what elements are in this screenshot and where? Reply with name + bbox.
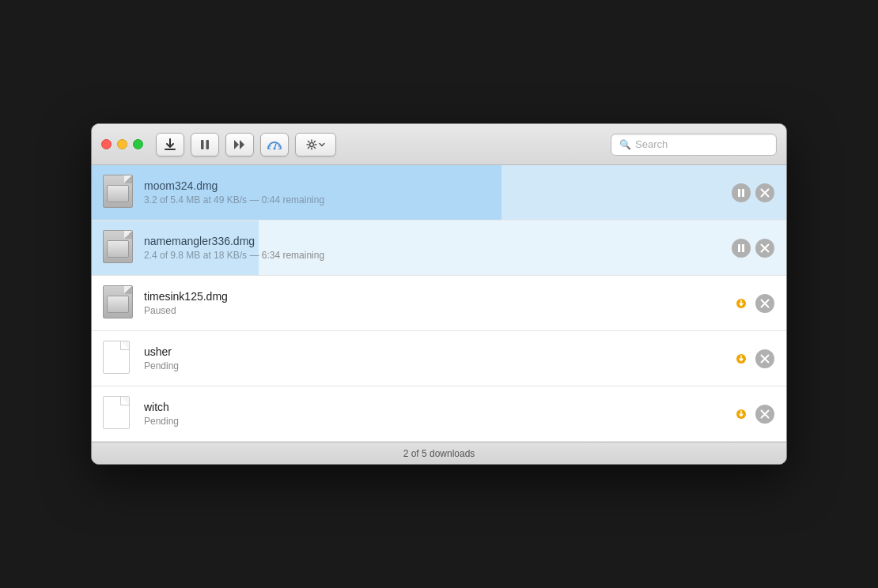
close-button[interactable] xyxy=(101,139,112,149)
download-name-5: witch xyxy=(144,401,721,413)
svg-rect-6 xyxy=(742,189,744,197)
download-info-4: usher Pending xyxy=(144,345,721,371)
item-actions-2 xyxy=(731,238,775,258)
svg-point-8 xyxy=(732,239,751,258)
settings-button[interactable] xyxy=(295,133,336,156)
speed-button[interactable] xyxy=(260,133,289,156)
fast-forward-button[interactable] xyxy=(225,133,254,156)
minimize-button[interactable] xyxy=(117,139,127,149)
download-info-1: moom324.dmg 3.2 of 5.4 MB at 49 KB/s — 0… xyxy=(144,179,721,205)
search-icon: 🔍 xyxy=(619,139,631,150)
traffic-lights xyxy=(101,139,143,149)
svg-rect-10 xyxy=(742,244,744,252)
download-name-3: timesink125.dmg xyxy=(144,290,721,303)
download-name-2: namemangler336.dmg xyxy=(144,235,721,247)
resume-button-5[interactable] xyxy=(731,404,751,424)
download-list: moom324.dmg 3.2 of 5.4 MB at 49 KB/s — 0… xyxy=(92,165,786,442)
cancel-button-1[interactable] xyxy=(755,183,775,203)
download-status-4: Pending xyxy=(144,360,721,371)
maximize-button[interactable] xyxy=(133,139,143,149)
download-item-2[interactable]: namemangler336.dmg 2.4 of 9.8 MB at 18 K… xyxy=(92,220,786,276)
cancel-button-3[interactable] xyxy=(755,293,775,314)
download-button[interactable] xyxy=(156,133,184,156)
download-item-1[interactable]: moom324.dmg 3.2 of 5.4 MB at 49 KB/s — 0… xyxy=(92,165,786,220)
search-box[interactable]: 🔍 Search xyxy=(611,134,777,156)
download-info-5: witch Pending xyxy=(144,401,721,427)
status-text: 2 of 5 downloads xyxy=(403,448,475,459)
download-item-5[interactable]: witch Pending xyxy=(92,386,786,442)
status-bar: 2 of 5 downloads xyxy=(92,442,786,464)
svg-rect-9 xyxy=(738,244,740,252)
search-placeholder: Search xyxy=(635,138,668,150)
resume-button-3[interactable] xyxy=(731,293,751,314)
pause-all-button[interactable] xyxy=(191,133,219,156)
titlebar: 🔍 Search xyxy=(92,124,786,165)
svg-rect-1 xyxy=(206,140,210,149)
cancel-button-5[interactable] xyxy=(755,404,775,424)
file-icon-5 xyxy=(103,396,134,432)
pause-button-2[interactable] xyxy=(731,238,751,258)
item-actions-3 xyxy=(731,293,775,314)
download-status-2: 2.4 of 9.8 MB at 18 KB/s — 6:34 remainin… xyxy=(144,250,721,261)
cancel-button-2[interactable] xyxy=(755,238,775,258)
file-icon-1 xyxy=(103,175,134,211)
cancel-button-4[interactable] xyxy=(755,349,775,369)
svg-rect-5 xyxy=(738,189,740,197)
resume-button-4[interactable] xyxy=(731,349,751,369)
item-actions-5 xyxy=(731,404,775,424)
download-item-3[interactable]: timesink125.dmg Paused xyxy=(92,276,786,331)
main-window: 🔍 Search moom324.dmg 3.2 of 5.4 MB at 49… xyxy=(91,123,787,465)
download-info-2: namemangler336.dmg 2.4 of 9.8 MB at 18 K… xyxy=(144,235,721,261)
file-icon-4 xyxy=(103,341,134,377)
file-icon-3 xyxy=(103,285,134,322)
download-name-4: usher xyxy=(144,345,721,358)
svg-point-2 xyxy=(274,147,276,149)
svg-rect-0 xyxy=(201,140,204,149)
item-actions-1 xyxy=(731,183,775,203)
download-info-3: timesink125.dmg Paused xyxy=(144,290,721,316)
pause-button-1[interactable] xyxy=(731,183,751,203)
file-icon-2 xyxy=(103,230,134,266)
download-status-1: 3.2 of 5.4 MB at 49 KB/s — 0:44 remainin… xyxy=(144,194,721,205)
item-actions-4 xyxy=(731,349,775,369)
download-name-1: moom324.dmg xyxy=(144,179,721,192)
download-item-4[interactable]: usher Pending xyxy=(92,331,786,386)
download-status-5: Pending xyxy=(144,416,721,427)
download-status-3: Paused xyxy=(144,305,721,316)
svg-point-3 xyxy=(310,142,314,146)
svg-point-4 xyxy=(732,183,751,202)
